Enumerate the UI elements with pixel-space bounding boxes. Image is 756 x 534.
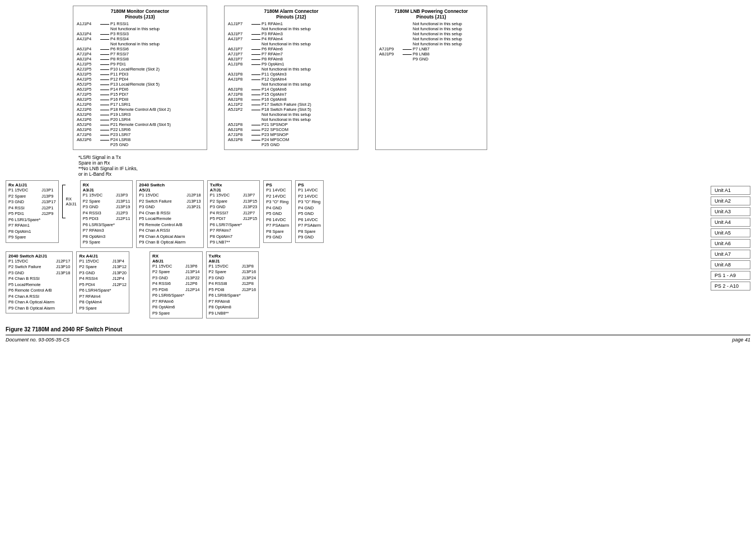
connector-j11-block: 7180M LNB Powering Connector Pinouts (J1… [375, 6, 487, 150]
doc-footer: Document no. 93-005-35-C5 page 41 [6, 335, 750, 343]
unit-a4: Unit A4 [711, 218, 750, 227]
notes-section: *LSRI Signal in a Tx Spare in an Rx **No… [78, 154, 750, 177]
connector-j11-title: 7180M LNB Powering Connector [379, 8, 483, 14]
connector-j12-block: 7180M Alarm Connector Pinouts (J12) A1J1… [224, 6, 358, 150]
unit-ps2-a10: PS 2 - A10 [711, 282, 750, 291]
unit-a3: Unit A3 [711, 207, 750, 216]
switch-2040-a5j1-block: 2040 Switch A5/J1 P1 15VDC P2 Switch Fai… [136, 180, 203, 248]
switch-2040-a2j1-block: 2040 Switch A2/J1 P1 15VDC P2 Switch Fai… [6, 251, 73, 314]
unit-a7: Unit A7 [711, 250, 750, 259]
ps-right-block: PS P1 14VDC P2 14VDC P3 "O" Ring P4 GND … [295, 180, 324, 243]
unit-a2: Unit A2 [711, 196, 750, 205]
rx-a6j1-block: RX A6/J1 P1 15VDC P2 Spare P3 GND P4 RSS… [150, 251, 203, 319]
txrx-a7j1-block: Tx/Rx A7/J1 P1 15VDC P2 Spare P3 GND P4 … [207, 180, 260, 248]
rx-a3j1-block: RX A3/J1 P1 15VDC P2 Spare P3 GND P4 RSS… [80, 180, 133, 248]
unit-a8: Unit A8 [711, 260, 750, 269]
connector-j11-subtitle: Pinouts (J11) [379, 14, 483, 20]
ps-left-block: PS P1 14VDC P2 14VDC P3 "O" Ring P4 GND … [263, 180, 292, 243]
connector-j12-title: 7180M Alarm Connector [228, 8, 354, 14]
note-line-2: Spare in an Rx [78, 160, 750, 166]
rx-a4j1-block: Rx A4/J1 P1 15VDC P2 Spare P3 GND P4 RSS… [76, 251, 129, 314]
unit-ps1-a9: PS 1 - A9 [711, 271, 750, 280]
connector-j13-block: 7180M Monitor Connector Pinouts (J13) A1… [73, 6, 207, 150]
unit-a1: Unit A1 [711, 186, 750, 195]
doc-number: Document no. 93-005-35-C5 [6, 337, 69, 343]
rx-a1j1-block: Rx A1/J1 P1 15VDC P2 Spare P3 GND P4 RSS… [6, 180, 59, 243]
page-number: page 41 [732, 337, 750, 343]
txrx-a8j1-block: Tx/Rx A8/J1 P1 15VDC P2 Spare P3 GND P4 … [206, 251, 259, 319]
figure-caption: Figure 32 7180M and 2040 RF Switch Pinou… [6, 326, 750, 332]
note-line-3: **No LNB Signal in IF Links, [78, 166, 750, 171]
connector-j12-subtitle: Pinouts (J12) [228, 14, 354, 20]
note-line-1: *LSRI Signal in a Tx [78, 154, 750, 160]
unit-a5: Unit A5 [711, 228, 750, 237]
connector-j13-subtitle: Pinouts (J13) [77, 14, 203, 20]
units-list: Unit A1 Unit A2 Unit A3 Unit A4 Unit A5 … [711, 186, 750, 291]
connector-j13-title: 7180M Monitor Connector [77, 8, 203, 14]
unit-a6: Unit A6 [711, 239, 750, 248]
note-line-4: or in L-Band Rx [78, 171, 750, 177]
